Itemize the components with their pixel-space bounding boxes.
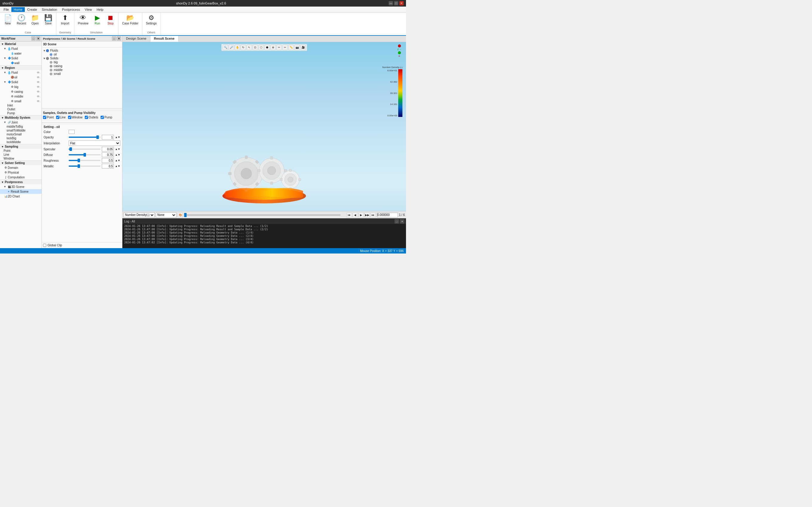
tree-window[interactable]: Window	[0, 157, 42, 161]
settings-button[interactable]: ⚙ Settings	[144, 14, 158, 26]
scene-big[interactable]: big	[43, 60, 121, 64]
time-input[interactable]	[377, 213, 398, 217]
tab-result-scene[interactable]: Result Scene	[150, 36, 179, 42]
vp-axes[interactable]: ⊕	[270, 45, 276, 50]
point-checkbox[interactable]	[43, 116, 46, 119]
postprocess-section[interactable]: ▼ Postprocess	[0, 179, 42, 184]
scene-fluids[interactable]: ▼ Fluids	[43, 49, 121, 53]
tree-3dscene[interactable]: ▼ 🎬 3D Scene	[0, 184, 42, 189]
tree-inlet[interactable]: Inlet	[0, 104, 42, 107]
close-button[interactable]: ✕	[399, 1, 404, 5]
tree-joint[interactable]: ▼ 🔗 Joint	[0, 120, 42, 125]
recent-button[interactable]: 🕐 Recent	[15, 14, 28, 26]
vp-clip2[interactable]: ✂	[283, 45, 288, 50]
region-fluid-eye[interactable]: 👁	[37, 71, 41, 74]
tree-motorsmall[interactable]: motorSmall	[0, 132, 42, 136]
window-vis-check[interactable]: Window	[68, 116, 83, 119]
oil-eye[interactable]: 👁	[37, 76, 41, 79]
type-select[interactable]: None Magnitude X Y Z	[156, 212, 176, 218]
menu-view[interactable]: View	[83, 7, 94, 12]
point-vis-check[interactable]: Point	[43, 116, 54, 119]
workflow-close-btn[interactable]: ✕	[36, 37, 40, 41]
vp-screenshot[interactable]: 📷	[294, 45, 300, 50]
maximize-button[interactable]: □	[394, 1, 398, 5]
fluids-expand-icon[interactable]: ▼	[43, 49, 46, 52]
specular-input[interactable]	[102, 147, 114, 152]
diffuse-slider[interactable]	[69, 153, 101, 157]
diffuse-spin[interactable]: ▲▼	[115, 153, 120, 156]
middle-eye[interactable]: 👁	[37, 95, 41, 98]
viewport-3d[interactable]: 🔍 🔎 ✋ ↻ ↖ ⊡ ⬡ ⬢ ⊕ ✂ ✂ 📏 📷 🎥 Z→	[122, 42, 406, 218]
tree-solid-material[interactable]: ▼ 🔷 Solid	[0, 56, 42, 61]
diffuse-input[interactable]	[102, 152, 114, 157]
menu-postprocess[interactable]: Postprocess	[59, 7, 83, 12]
tree-lockbig[interactable]: lockBig	[0, 136, 42, 140]
case-folder-button[interactable]: 📂 Case Folder	[120, 14, 140, 26]
outlets-vis-check[interactable]: Outlets	[85, 116, 98, 119]
solver-section[interactable]: ▼ Solver Setting	[0, 161, 42, 165]
import-button[interactable]: ⬆ Import	[59, 14, 71, 26]
casing-eye[interactable]: 👁	[37, 90, 41, 93]
vp-clip1[interactable]: ✂	[276, 45, 282, 50]
last-frame-btn[interactable]: ⏭	[370, 212, 376, 218]
small-eye[interactable]: 👁	[37, 100, 41, 103]
preview-button[interactable]: 👁 Preview	[76, 14, 91, 26]
tree-2dchart[interactable]: 📊 2D Chart	[0, 194, 42, 199]
color-map-btn[interactable]: 🎨	[177, 212, 183, 218]
solids-expand-icon[interactable]: ▼	[43, 57, 46, 60]
log-expand-btn[interactable]: □	[395, 219, 399, 223]
opacity-input[interactable]	[102, 135, 114, 139]
metallic-input[interactable]	[102, 164, 114, 169]
tree-result-scene[interactable]: ● Result Scene	[0, 189, 42, 194]
vp-select[interactable]: ↖	[247, 45, 252, 50]
sampling-section[interactable]: ▼ Sampling	[0, 144, 42, 149]
window-checkbox[interactable]	[68, 116, 71, 119]
interpolation-select[interactable]: Flat Gouraud Phong	[69, 140, 120, 146]
scene-casing[interactable]: casing	[43, 64, 121, 68]
tree-smalltomiddle[interactable]: smallToMiddle	[0, 128, 42, 132]
tree-physical[interactable]: ⚙ Physical	[0, 170, 42, 175]
vp-fit[interactable]: ⊡	[253, 45, 258, 50]
fluid-material-expand[interactable]: ▼	[4, 47, 7, 50]
metallic-slider[interactable]	[69, 164, 101, 168]
vp-solid[interactable]: ⬢	[264, 45, 270, 50]
tree-fluid-material[interactable]: ▼ 💧 Fluid	[0, 46, 42, 51]
menu-home[interactable]: Home	[11, 7, 25, 12]
joint-expand[interactable]: ▼	[4, 121, 7, 124]
play-btn[interactable]: ▶	[359, 212, 364, 218]
tree-lockmiddle[interactable]: lockMiddle	[0, 140, 42, 144]
region-solid-expand[interactable]: ▼	[4, 80, 7, 83]
roughness-spin[interactable]: ▲▼	[115, 159, 120, 162]
region-fluid-expand[interactable]: ▼	[4, 71, 7, 74]
scene-solids[interactable]: ▼ Solids	[43, 56, 121, 60]
tree-middle[interactable]: ⚙ middle 👁	[0, 94, 42, 99]
specular-spin[interactable]: ▲▼	[115, 148, 120, 151]
log-close-btn[interactable]: ✕	[400, 219, 404, 223]
scene-small[interactable]: small	[43, 72, 121, 76]
solid-material-expand[interactable]: ▼	[4, 57, 7, 60]
tree-small[interactable]: ⚙ small 👁	[0, 99, 42, 104]
tree-region-fluid[interactable]: ▼ 💧 Fluid 👁	[0, 70, 42, 75]
tree-point[interactable]: Point	[0, 149, 42, 153]
scene-middle[interactable]: middle	[43, 68, 121, 72]
tree-pump[interactable]: Pump	[0, 111, 42, 115]
tab-design-scene[interactable]: Design Scene	[122, 36, 150, 42]
tree-big[interactable]: ⚙ big 👁	[0, 84, 42, 89]
roughness-slider[interactable]	[69, 158, 101, 163]
vp-measure[interactable]: 📏	[288, 45, 294, 50]
roughness-input[interactable]	[102, 158, 114, 163]
menu-file[interactable]: File	[1, 7, 11, 12]
tree-computation[interactable]: ∫ Computation	[0, 175, 42, 179]
outlets-checkbox[interactable]	[85, 116, 88, 119]
line-vis-check[interactable]: Line	[56, 116, 66, 119]
tree-water[interactable]: 💧 water	[0, 51, 42, 56]
save-button[interactable]: 💾 Save	[42, 14, 54, 26]
vp-zoom-out[interactable]: 🔎	[229, 45, 234, 50]
region-solid-eye[interactable]: 👁	[37, 80, 41, 84]
stop-button[interactable]: ⏹ Stop	[104, 14, 116, 26]
material-section[interactable]: ▼ Material	[0, 42, 42, 46]
opacity-slider[interactable]	[69, 135, 101, 139]
vp-record[interactable]: 🎥	[300, 45, 306, 50]
metallic-spin[interactable]: ▲▼	[115, 165, 120, 168]
tree-outlet[interactable]: Outlet	[0, 107, 42, 111]
